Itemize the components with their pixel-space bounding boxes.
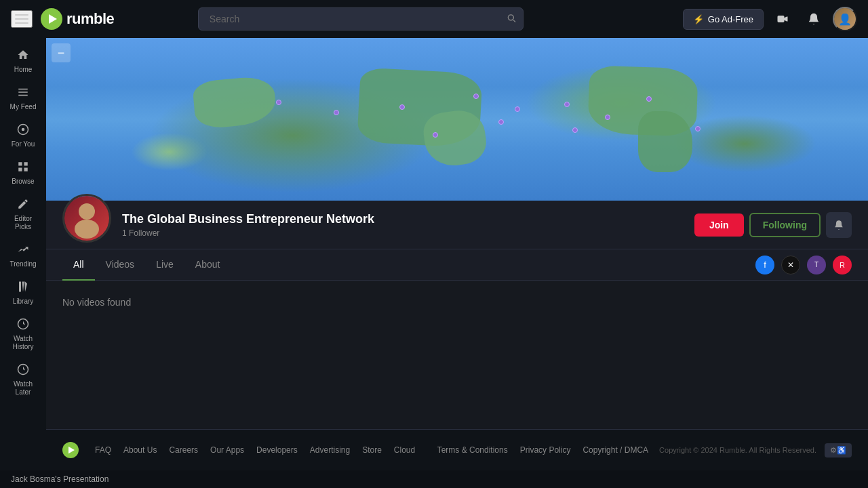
sidebar-item-trending[interactable]: Trending [3, 238, 43, 274]
sidebar-item-my-feed[interactable]: My Feed [3, 81, 43, 117]
channel-tabs: All Videos Live About f ✕ T R [46, 249, 868, 281]
footer-link-cloud[interactable]: Cloud [394, 445, 415, 455]
footer-link-careers[interactable]: Careers [169, 445, 198, 455]
channel-banner: − [46, 38, 868, 201]
accessibility-icon[interactable]: ⚙♿ [825, 443, 852, 458]
trending-icon [17, 243, 29, 258]
footer-link-terms[interactable]: Terms & Conditions [437, 445, 508, 455]
editor-picks-icon [17, 198, 29, 212]
footer-links: FAQ About Us Careers Our Apps Developers… [95, 445, 415, 455]
footer-link-about-us[interactable]: About Us [123, 445, 157, 455]
zoom-out-button[interactable]: − [52, 43, 71, 62]
map-pin [334, 110, 339, 115]
watch-later-icon [17, 363, 29, 378]
my-feed-icon [17, 86, 29, 100]
status-bar-text: Jack Bosma's Presentation [11, 474, 108, 484]
lightning-icon: ⚡ [693, 14, 704, 24]
main-layout: Home My Feed For You Browse Editor Picks [0, 38, 868, 470]
map-pin [605, 115, 610, 120]
sidebar-item-editor-picks[interactable]: Editor Picks [3, 192, 43, 237]
map-pin [572, 127, 578, 133]
sidebar-item-library[interactable]: Library [3, 275, 43, 311]
footer-right-links: Terms & Conditions Privacy Policy Copyri… [437, 445, 648, 455]
social-icons: f ✕ T R [755, 256, 852, 274]
following-button[interactable]: Following [749, 213, 821, 237]
footer-link-advertising[interactable]: Advertising [310, 445, 350, 455]
footer-link-faq[interactable]: FAQ [95, 445, 111, 455]
sidebar-item-home[interactable]: Home [3, 43, 43, 79]
sidebar-item-watch-later[interactable]: Watch Later [3, 358, 43, 402]
facebook-icon[interactable]: f [755, 256, 774, 274]
tab-live[interactable]: Live [145, 249, 184, 281]
channel-info: The Global Business Entrepreneur Network… [122, 211, 684, 238]
footer-link-our-apps[interactable]: Our Apps [210, 445, 244, 455]
upload-button[interactable] [770, 7, 795, 31]
world-map [46, 38, 868, 201]
logo[interactable]: rumble [41, 8, 114, 30]
tab-about[interactable]: About [184, 249, 231, 281]
logo-text: rumble [66, 10, 114, 28]
notifications-button[interactable] [802, 7, 826, 31]
copyright-text: Copyright © 2024 Rumble. All Rights Rese… [659, 446, 816, 454]
footer-logo [62, 442, 79, 458]
home-icon [17, 49, 29, 63]
footer: FAQ About Us Careers Our Apps Developers… [46, 429, 868, 470]
nav-right: ⚡ Go Ad-Free 👤 [683, 7, 857, 31]
library-icon [17, 281, 29, 295]
map-pin [515, 106, 520, 112]
content-body: No videos found [46, 281, 868, 429]
avatar: 👤 [834, 7, 856, 31]
watch-history-icon [17, 318, 29, 332]
map-pin [498, 119, 504, 125]
sidebar: Home My Feed For You Browse Editor Picks [0, 38, 46, 470]
tab-videos[interactable]: Videos [95, 249, 146, 281]
map-pin [433, 132, 438, 138]
status-bar: Jack Bosma's Presentation [0, 470, 868, 488]
no-videos-message: No videos found [62, 297, 852, 308]
footer-link-store[interactable]: Store [362, 445, 382, 455]
twitter-x-icon[interactable]: ✕ [781, 256, 800, 274]
notification-bell-button[interactable] [826, 212, 852, 238]
channel-header: The Global Business Entrepreneur Network… [46, 201, 868, 249]
svg-point-6 [79, 203, 95, 220]
main-content: − The Global Business Entrepreneur Netwo… [46, 38, 868, 470]
channel-followers: 1 Follower [122, 228, 684, 238]
channel-avatar [62, 194, 111, 243]
sidebar-item-for-you[interactable]: For You [3, 118, 43, 154]
map-pin [473, 94, 479, 99]
sidebar-item-browse[interactable]: Browse [3, 155, 43, 191]
channel-name: The Global Business Entrepreneur Network [122, 211, 684, 227]
tab-all[interactable]: All [62, 249, 95, 281]
top-navigation: rumble ⚡ Go Ad-Free 👤 [0, 0, 868, 38]
channel-actions: Join Following [694, 212, 852, 238]
rumble-social-icon[interactable]: R [833, 256, 852, 274]
search-input[interactable] [198, 7, 524, 30]
join-button[interactable]: Join [694, 214, 744, 237]
search-bar [198, 7, 524, 30]
browse-icon [17, 161, 29, 175]
footer-link-copyright[interactable]: Copyright / DMCA [583, 445, 648, 455]
footer-link-developers[interactable]: Developers [256, 445, 298, 455]
svg-point-7 [75, 220, 99, 239]
svg-point-3 [22, 128, 25, 131]
user-avatar-button[interactable]: 👤 [833, 7, 857, 31]
map-pin [564, 102, 570, 107]
go-adfree-button[interactable]: ⚡ Go Ad-Free [683, 9, 764, 30]
for-you-icon [17, 123, 29, 138]
truth-social-icon[interactable]: T [807, 256, 826, 274]
hamburger-menu[interactable] [11, 10, 33, 28]
sidebar-item-watch-history[interactable]: Watch History [3, 312, 43, 357]
footer-link-privacy[interactable]: Privacy Policy [520, 445, 571, 455]
search-button[interactable] [506, 13, 517, 26]
